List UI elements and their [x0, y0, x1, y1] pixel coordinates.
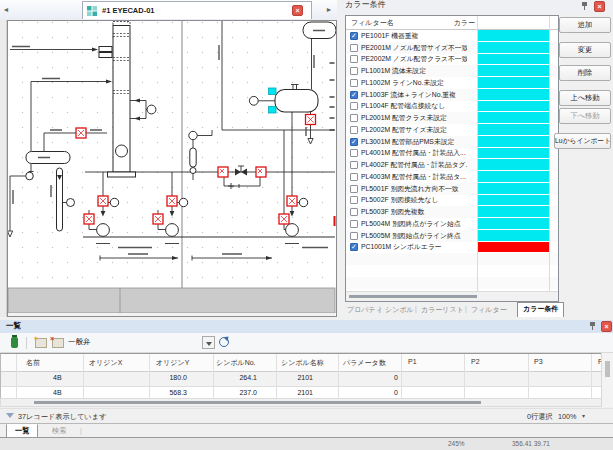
filter-checkbox[interactable] — [350, 196, 358, 204]
panel-tab-4[interactable]: フィルター — [471, 305, 507, 315]
color-panel-close-icon[interactable]: × — [594, 1, 605, 12]
pid-drawing-canvas[interactable] — [7, 20, 337, 317]
column-header[interactable]: シンボルNo. — [216, 358, 256, 368]
color-swatch[interactable] — [477, 242, 549, 254]
filter-checkbox[interactable] — [350, 185, 358, 193]
filter-checkbox[interactable] — [350, 67, 358, 75]
filter-row[interactable]: PL1001M 流体未設定 — [346, 65, 558, 77]
filter-row[interactable]: PL1002M ラインNo.未設定 — [346, 77, 558, 89]
filter-row[interactable]: ✓PL3001M 配管部品PMS未設定 — [346, 136, 558, 148]
filter-row[interactable]: PL2001M 配管クラス未設定 — [346, 112, 558, 124]
color-swatch[interactable] — [477, 112, 549, 124]
filter-checkbox[interactable] — [350, 102, 358, 110]
drawing-tab-close-icon[interactable]: × — [292, 5, 303, 16]
column-header[interactable]: オリジンY — [156, 358, 189, 368]
canvas-vertical-scrollbar[interactable] — [0, 20, 7, 317]
filter-checkbox[interactable] — [350, 161, 358, 169]
color-swatch[interactable] — [477, 218, 549, 230]
filter-checkbox[interactable] — [350, 232, 358, 240]
button-5[interactable]: 下へ移動 — [559, 108, 611, 124]
filter-row[interactable]: PL4001M 配管付属品・計装品入... — [346, 148, 558, 160]
panel-tab-3[interactable]: カラーリスト — [421, 305, 464, 315]
pin-icon[interactable] — [580, 1, 589, 10]
bottom-tab-2[interactable]: 検索 — [52, 426, 66, 436]
button-3[interactable]: 削除 — [559, 65, 611, 81]
filter-checkbox[interactable] — [350, 114, 358, 122]
combo-dropdown-button[interactable] — [202, 336, 215, 349]
button-2[interactable]: 変更 — [559, 42, 611, 58]
filter-checkbox[interactable] — [350, 149, 358, 157]
filter-checkbox[interactable]: ✓ — [350, 91, 358, 99]
filter-row[interactable]: PE2002M ノズル配管クラス不一致 — [346, 54, 558, 66]
filter-row[interactable]: PL5005M 別図始点がライン終点 — [346, 230, 558, 242]
filter-checkbox[interactable] — [350, 126, 358, 134]
table-hscrollbar[interactable] — [0, 398, 602, 407]
color-swatch[interactable] — [477, 65, 549, 77]
panel-tab-2[interactable]: シンボル — [385, 305, 414, 315]
remove-filter-icon[interactable]: × — [52, 338, 64, 348]
color-swatch[interactable] — [477, 136, 549, 148]
color-swatch[interactable] — [477, 77, 549, 89]
filter-checkbox[interactable] — [350, 208, 358, 216]
filter-row[interactable]: ✓PC1001M シンボルエラー — [346, 242, 558, 254]
refresh-icon[interactable] — [219, 337, 229, 347]
color-swatch[interactable] — [477, 195, 549, 207]
zoom-level-value[interactable]: 100% — [558, 412, 576, 421]
color-swatch[interactable] — [477, 124, 549, 136]
filter-checkbox[interactable]: ✓ — [350, 138, 358, 146]
filter-row[interactable]: PL2002M 配管サイズ未設定 — [346, 124, 558, 136]
button-1[interactable]: 追加 — [559, 17, 611, 33]
filter-checkbox[interactable] — [350, 55, 358, 63]
column-header[interactable]: オリジンX — [89, 358, 122, 368]
color-swatch[interactable] — [477, 230, 549, 242]
table-vscrollbar[interactable] — [601, 353, 613, 407]
filter-jar-icon[interactable] — [11, 337, 18, 348]
color-swatch[interactable] — [477, 101, 549, 113]
filter-checkbox[interactable]: ✓ — [350, 243, 358, 251]
column-header[interactable]: P1 — [408, 358, 417, 365]
color-swatch[interactable] — [477, 183, 549, 195]
button-4[interactable]: 上へ移動 — [559, 90, 611, 106]
column-header[interactable]: シンボル名称 — [281, 358, 324, 368]
filter-row[interactable]: PL1004F 配管端点接続なし — [346, 101, 558, 113]
filter-checkbox[interactable] — [350, 44, 358, 52]
filter-row[interactable]: PE2001M ノズル配管サイズ不一致 — [346, 42, 558, 54]
zoom-dropdown-icon[interactable]: ▾ — [582, 412, 585, 419]
filter-row[interactable]: PL4002F 配管付属品・計装品タグ... — [346, 159, 558, 171]
color-swatch[interactable] — [477, 30, 549, 42]
filter-row[interactable]: PL5001F 別図先流れ方向不一致 — [346, 183, 558, 195]
filter-row[interactable]: ✓PL1003F 流体＋ラインNo.重複 — [346, 89, 558, 101]
filter-checkbox[interactable]: ✓ — [350, 32, 358, 40]
filter-row[interactable]: PL5004M 別図終点がライン始点 — [346, 218, 558, 230]
color-swatch[interactable] — [477, 159, 549, 171]
filter-combo-value[interactable]: 一般弁 — [68, 337, 91, 347]
panel-tab-5[interactable]: カラー条件 — [517, 302, 564, 317]
tab-scroll-left-icon[interactable]: ◄ — [1, 4, 11, 16]
table-row[interactable]: 4B568.3237.021010 — [1, 387, 602, 398]
column-header[interactable]: パラメータ数 — [343, 358, 386, 368]
color-swatch[interactable] — [477, 206, 549, 218]
column-header[interactable]: P3 — [534, 358, 543, 365]
filter-checkbox[interactable] — [350, 79, 358, 87]
color-swatch[interactable] — [477, 171, 549, 183]
tab-scroll-right-icon[interactable]: ► — [324, 4, 334, 16]
filter-row[interactable]: PL4003M 配管付属品・計装品タ... — [346, 171, 558, 183]
filter-row[interactable]: PL5002F 別図接続先なし — [346, 195, 558, 207]
color-swatch[interactable] — [477, 42, 549, 54]
filter-list[interactable]: フィルター名 カラー ✓PE1001F 機器重複PE2001M ノズル配管サイズ… — [345, 15, 559, 302]
column-header[interactable]: 名前 — [26, 358, 40, 368]
filter-row[interactable]: PL5003F 別図先複数 — [346, 206, 558, 218]
filter-checkbox[interactable] — [350, 220, 358, 228]
filter-row[interactable]: ✓PE1001F 機器重複 — [346, 30, 558, 42]
color-swatch[interactable] — [477, 54, 549, 66]
column-header[interactable]: P2 — [471, 358, 480, 365]
table-row[interactable]: 4B180.0264.121010 — [1, 372, 602, 387]
tab-drawing[interactable]: #1 EYECAD-01 × — [82, 1, 312, 19]
button-6[interactable]: Luからインポート — [554, 133, 611, 149]
filter-checkbox[interactable] — [350, 173, 358, 181]
filter-list-hscrollbar[interactable] — [346, 291, 558, 301]
pin-icon[interactable] — [588, 321, 597, 330]
color-swatch[interactable] — [477, 148, 549, 160]
table-rows[interactable]: 4B180.0264.1210104B568.3237.021010 — [1, 372, 602, 398]
panel-tab-1[interactable]: プロパティ — [347, 305, 383, 315]
